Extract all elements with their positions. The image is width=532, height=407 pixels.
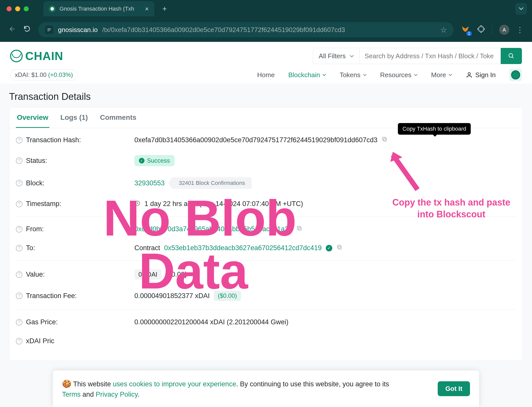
row-status: ?Status: ✓ Success: [16, 150, 516, 172]
txfee-amount: 0.00004901852377 xDAI: [134, 292, 210, 300]
clock-icon: [134, 200, 140, 208]
tab-close-icon[interactable]: ×: [145, 5, 149, 13]
block-link[interactable]: 32930553: [134, 179, 165, 187]
row-timestamp: ?Timestamp: 1 day 22 hrs ago (Mar-14-202…: [16, 194, 516, 213]
nav-reload-icon[interactable]: [23, 25, 31, 35]
browser-chrome: Gnosis Transaction Hash (Txh × + gnosiss…: [0, 0, 532, 42]
profile-avatar[interactable]: A: [499, 25, 509, 35]
chevron-down-icon: [449, 73, 452, 77]
tab-favicon-icon: [49, 6, 55, 12]
xdai-price-pill[interactable]: xDAI: $1.00 (+0.03%): [10, 69, 78, 80]
help-icon[interactable]: ?: [16, 226, 22, 232]
window-max-icon[interactable]: [24, 6, 29, 11]
svg-point-2: [468, 73, 470, 75]
window-traffic-lights: [7, 6, 29, 11]
chevron-down-icon: [414, 73, 418, 77]
divider: [492, 25, 492, 34]
value-usd: ($0.00): [165, 271, 187, 278]
price-label: xDAI: $1.00: [15, 71, 46, 78]
svg-rect-7: [297, 226, 300, 229]
svg-point-0: [50, 7, 54, 10]
search-input[interactable]: [360, 48, 501, 64]
network-switcher[interactable]: [509, 69, 522, 81]
help-icon[interactable]: ?: [16, 293, 22, 299]
status-badge: ✓ Success: [134, 155, 174, 166]
window-min-icon[interactable]: [15, 6, 20, 11]
verified-icon: ✓: [326, 245, 332, 251]
cookie-link-experience[interactable]: uses cookies to improve your experience: [113, 380, 236, 388]
gasprice-value: 0.000000002201200044 xDAI (2.201200044 G…: [134, 318, 288, 326]
cookie-link-privacy[interactable]: Privacy Policy: [96, 391, 138, 398]
help-icon[interactable]: ?: [16, 271, 22, 278]
help-icon[interactable]: ?: [16, 245, 22, 251]
nav-home[interactable]: Home: [257, 71, 275, 79]
signin-button[interactable]: Sign In: [466, 71, 496, 79]
timestamp-abs: (Mar-14-2024 07:07:40 PM +UTC): [199, 200, 303, 208]
tab-title: Gnosis Transaction Hash (Txh: [60, 6, 141, 12]
help-icon[interactable]: ?: [16, 338, 22, 344]
from-address-link[interactable]: 0xc4d0b370d3a740965ab7400abb85b514ac0e1a…: [134, 225, 292, 233]
divider: [16, 309, 516, 310]
row-block: ?Block: 32930553 32401 Block Confirmatio…: [16, 172, 516, 194]
help-icon[interactable]: ?: [16, 319, 22, 326]
to-prefix: Contract: [134, 244, 160, 252]
tab-comments[interactable]: Comments: [99, 107, 137, 128]
window-close-icon[interactable]: [7, 6, 12, 11]
ext-badge: 1: [466, 31, 472, 36]
chevron-down-icon: [322, 73, 326, 77]
browser-tab[interactable]: Gnosis Transaction Hash (Txh ×: [43, 1, 154, 16]
help-icon[interactable]: ?: [16, 201, 22, 207]
metamask-ext-icon[interactable]: 1: [461, 25, 470, 34]
cookie-link-terms[interactable]: Terms: [62, 391, 81, 398]
block-confirmations: 32401 Block Confirmations: [172, 177, 252, 189]
page-title: Transaction Details: [9, 91, 523, 102]
row-from: ?From: 0xc4d0b370d3a740965ab7400abb85b51…: [16, 220, 516, 239]
logo-mark-icon: [10, 50, 23, 62]
svg-point-1: [509, 53, 513, 57]
tab-logs[interactable]: Logs (1): [60, 107, 89, 128]
help-icon[interactable]: ?: [16, 137, 22, 143]
row-to: ?To: Contract 0x53eb1eb37b3ddeacb3627ea6…: [16, 239, 516, 257]
search-filter-dropdown[interactable]: All Filters: [313, 48, 360, 64]
browser-address-bar: gnosisscan.io/tx/0xefa7d0b31405366a00902…: [0, 18, 532, 42]
svg-rect-9: [337, 245, 340, 248]
site-logo[interactable]: CHAIN: [10, 49, 63, 63]
extensions-icon[interactable]: [477, 25, 485, 35]
nav-blockchain[interactable]: Blockchain: [288, 71, 326, 79]
cookie-text: 🍪 This website uses cookies to improve y…: [62, 378, 428, 400]
primary-nav: Home Blockchain Tokens Resources More: [257, 69, 522, 81]
url-input[interactable]: gnosisscan.io/tx/0xefa7d0b31405366a00902…: [38, 22, 454, 37]
tab-overview[interactable]: Overview: [16, 107, 49, 128]
cookie-icon: 🍪: [62, 380, 71, 388]
tab-overflow-icon[interactable]: [515, 3, 527, 15]
browser-extensions: 1 A ⋮: [461, 25, 523, 35]
search-button[interactable]: [501, 48, 522, 64]
copy-icon[interactable]: [336, 244, 342, 252]
row-txfee: ?Transaction Fee: 0.00004901852377 xDAI …: [16, 285, 516, 306]
help-icon[interactable]: ?: [16, 180, 22, 186]
new-tab-icon[interactable]: +: [162, 5, 167, 13]
url-domain: gnosisscan.io: [58, 26, 98, 34]
nav-resources[interactable]: Resources: [380, 71, 418, 79]
nav-more[interactable]: More: [431, 71, 452, 79]
row-xdaiprice: ?xDAI Pric: [16, 332, 516, 351]
search-wrap: All Filters: [313, 48, 522, 64]
bookmark-star-icon[interactable]: ☆: [440, 25, 447, 34]
txhash-value: 0xefa7d0b31405366a00902d0e5ce70d79247517…: [134, 136, 377, 144]
cookie-accept-button[interactable]: Got It: [438, 381, 470, 396]
tx-card: Overview Logs (1) Comments Copy TxHash t…: [9, 107, 523, 361]
site-info-icon[interactable]: [45, 25, 53, 34]
nav-back-icon[interactable]: [9, 25, 16, 35]
copy-icon[interactable]: [381, 136, 388, 144]
chevron-down-icon: [363, 73, 367, 77]
copy-tooltip: Copy TxHash to clipboard: [398, 123, 471, 135]
chevron-down-icon: [350, 53, 354, 59]
row-txhash: Copy TxHash to clipboard ?Transaction Ha…: [16, 131, 516, 150]
help-icon[interactable]: ?: [16, 157, 22, 164]
nav-tokens[interactable]: Tokens: [340, 71, 366, 79]
copy-icon[interactable]: [296, 225, 302, 233]
logo-text: CHAIN: [25, 49, 63, 63]
url-path: /tx/0xefa7d0b31405366a00902d0e5ce70d7924…: [102, 26, 345, 34]
browser-menu-icon[interactable]: ⋮: [516, 26, 523, 34]
to-address-link[interactable]: 0x53eb1eb37b3ddeacb3627ea670256412cd7dc4…: [164, 244, 322, 252]
